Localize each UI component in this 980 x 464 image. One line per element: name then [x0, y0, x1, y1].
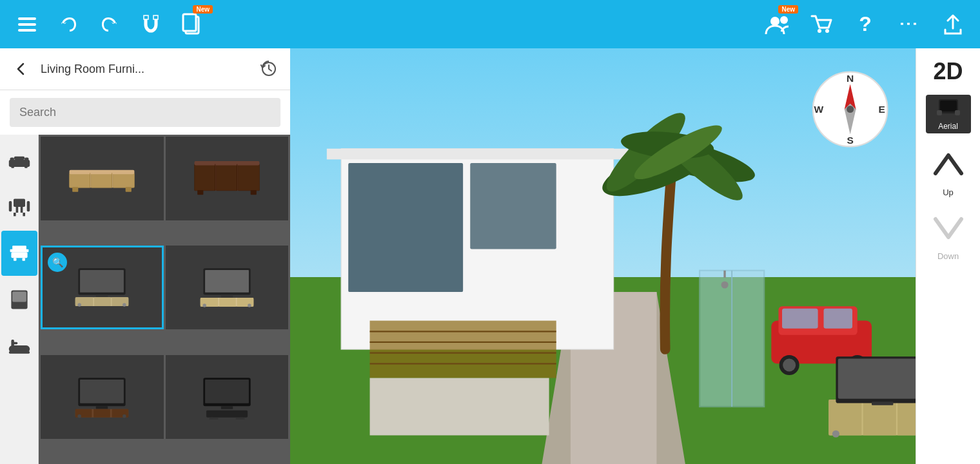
svg-rect-57: [80, 270, 124, 293]
main-toolbar: New New ? ⋮: [0, 0, 980, 48]
svg-rect-85: [221, 406, 233, 409]
up-label: Up: [943, 188, 954, 197]
aerial-button[interactable]: Aerial: [926, 95, 971, 133]
svg-rect-2: [18, 29, 36, 32]
svg-rect-33: [18, 304, 21, 306]
svg-rect-94: [348, 163, 463, 292]
svg-rect-50: [238, 164, 259, 190]
svg-rect-52: [250, 189, 256, 194]
svg-rect-122: [828, 400, 861, 436]
svg-rect-40: [92, 173, 112, 188]
users-new-badge: New: [778, 5, 798, 14]
svg-point-118: [783, 359, 796, 372]
svg-rect-84: [205, 380, 249, 403]
category-bath[interactable]: [1, 324, 37, 369]
up-button[interactable]: [926, 146, 971, 182]
category-sidebar: [0, 135, 39, 464]
furniture-item-5[interactable]: [41, 355, 164, 439]
svg-rect-76: [96, 406, 108, 409]
search-bar: [0, 90, 290, 135]
svg-rect-44: [70, 169, 135, 173]
svg-point-7: [770, 17, 779, 26]
svg-rect-16: [11, 166, 14, 168]
svg-point-63: [78, 304, 82, 307]
furniture-item-6[interactable]: [166, 355, 289, 439]
svg-rect-139: [940, 101, 957, 111]
category-tv-stand[interactable]: [1, 231, 37, 276]
furniture-item-3[interactable]: 🔍: [41, 246, 164, 329]
svg-rect-115: [782, 309, 818, 329]
svg-rect-95: [470, 163, 556, 249]
svg-rect-51: [197, 189, 203, 194]
menu-button[interactable]: [13, 10, 41, 39]
users-new-button[interactable]: New: [763, 10, 792, 39]
left-panel: Living Room Furni...: [0, 48, 290, 464]
scene-svg: N S W E: [290, 48, 916, 464]
svg-rect-13: [10, 158, 14, 162]
svg-point-125: [832, 430, 839, 438]
redo-button[interactable]: [95, 10, 124, 39]
svg-rect-32: [14, 304, 17, 306]
copy-new-button[interactable]: New: [178, 10, 206, 39]
2d-view-button[interactable]: 2D: [933, 58, 963, 85]
svg-rect-124: [897, 400, 916, 436]
svg-point-8: [780, 16, 788, 24]
svg-rect-48: [194, 164, 215, 190]
svg-point-10: [825, 29, 829, 33]
3d-viewport[interactable]: N S W E: [290, 48, 916, 464]
svg-rect-20: [20, 206, 23, 213]
cart-button[interactable]: [807, 10, 836, 39]
new-badge-tag: New: [193, 5, 213, 14]
svg-rect-31: [12, 291, 26, 302]
aerial-label: Aerial: [938, 122, 958, 131]
svg-point-82: [122, 414, 126, 418]
furniture-item-4[interactable]: [166, 246, 289, 329]
undo-button[interactable]: [54, 10, 83, 39]
svg-point-72: [202, 304, 206, 308]
svg-rect-15: [14, 157, 24, 160]
svg-rect-96: [327, 149, 628, 160]
svg-rect-53: [194, 161, 259, 165]
furniture-item-2[interactable]: [166, 137, 289, 220]
svg-rect-61: [94, 297, 111, 306]
svg-rect-102: [370, 378, 549, 436]
svg-text:N: N: [847, 73, 854, 84]
furniture-item-1[interactable]: [41, 137, 164, 220]
search-input[interactable]: [10, 98, 280, 127]
svg-rect-14: [24, 158, 28, 162]
svg-rect-128: [838, 359, 916, 399]
svg-rect-86: [206, 410, 248, 417]
svg-rect-43: [126, 187, 132, 191]
magnet-button[interactable]: [137, 10, 165, 39]
svg-rect-18: [14, 198, 25, 207]
upload-button[interactable]: [939, 10, 967, 39]
main-content: Living Room Furni...: [0, 48, 980, 464]
category-sofa[interactable]: [1, 138, 37, 183]
svg-rect-89: [209, 418, 218, 419]
svg-rect-1: [18, 23, 36, 26]
svg-text:E: E: [878, 104, 885, 115]
category-appliance[interactable]: [1, 277, 37, 322]
svg-rect-129: [872, 401, 893, 405]
svg-rect-49: [216, 164, 237, 190]
down-label: Down: [937, 251, 959, 261]
svg-text:S: S: [847, 135, 853, 146]
svg-rect-140: [937, 110, 942, 115]
svg-point-64: [122, 304, 126, 307]
history-button[interactable]: [257, 57, 280, 81]
svg-rect-19: [15, 206, 18, 213]
svg-rect-22: [26, 201, 30, 211]
svg-point-9: [818, 29, 821, 33]
panel-body: 🔍: [0, 135, 290, 464]
more-button[interactable]: ⋮: [895, 10, 923, 39]
svg-rect-75: [80, 380, 124, 403]
svg-rect-4: [153, 15, 158, 19]
back-button[interactable]: [10, 57, 33, 81]
help-button[interactable]: ?: [851, 10, 879, 39]
svg-rect-3: [144, 15, 148, 19]
svg-rect-66: [205, 270, 249, 293]
svg-point-81: [78, 414, 82, 418]
down-button[interactable]: [926, 210, 971, 246]
category-dining[interactable]: [1, 184, 37, 229]
svg-rect-97: [370, 321, 556, 378]
